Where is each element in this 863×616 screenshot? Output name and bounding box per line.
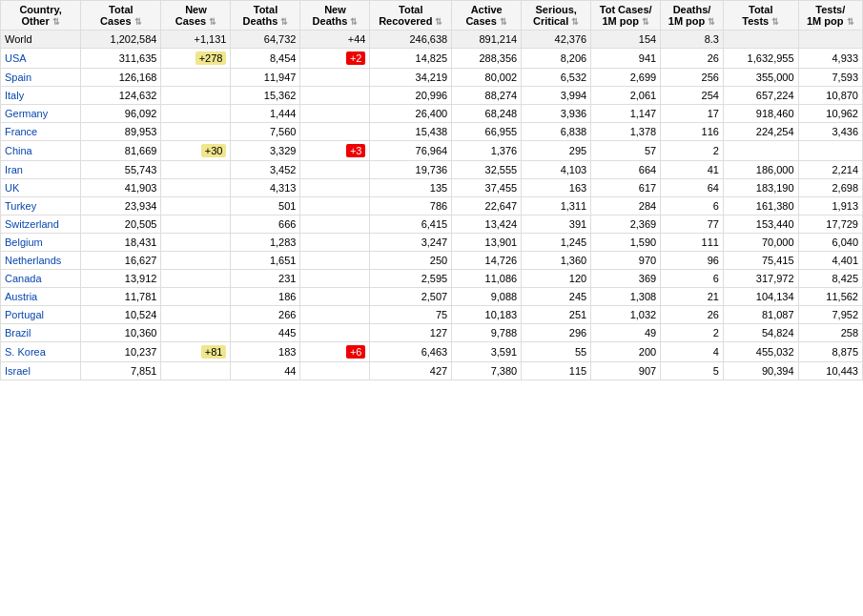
total-tests-header[interactable]: TotalTests ⇅ bbox=[723, 1, 798, 31]
total-cases: 7,851 bbox=[81, 362, 161, 380]
country-name[interactable]: Netherlands bbox=[1, 252, 81, 270]
active-cases: 10,183 bbox=[452, 306, 522, 324]
tests-pop-header[interactable]: Tests/1M pop ⇅ bbox=[798, 1, 862, 31]
total-deaths: 183 bbox=[231, 342, 300, 362]
active-cases-header[interactable]: ActiveCases ⇅ bbox=[452, 1, 522, 31]
world-active-cases: 891,214 bbox=[452, 31, 522, 49]
deaths-pop: 21 bbox=[661, 288, 724, 306]
sort-icon: ⇅ bbox=[435, 17, 442, 27]
serious: 295 bbox=[522, 141, 591, 161]
serious: 115 bbox=[522, 362, 591, 380]
tot-cases-pop: 970 bbox=[591, 252, 661, 270]
active-cases: 9,088 bbox=[452, 288, 522, 306]
world-total-deaths: 64,732 bbox=[231, 31, 300, 49]
country-name[interactable]: Italy bbox=[1, 87, 81, 105]
country-name[interactable]: Austria bbox=[1, 288, 81, 306]
total-tests bbox=[723, 141, 798, 161]
total-deaths: 11,947 bbox=[231, 69, 300, 87]
country-name[interactable]: UK bbox=[1, 179, 81, 197]
new-cases-header[interactable]: NewCases ⇅ bbox=[161, 1, 231, 31]
sort-icon: ⇅ bbox=[280, 17, 288, 27]
new-deaths-header[interactable]: NewDeaths ⇅ bbox=[300, 1, 370, 31]
country-name[interactable]: Spain bbox=[1, 69, 81, 87]
active-cases: 88,274 bbox=[452, 87, 522, 105]
total-deaths-header[interactable]: TotalDeaths ⇅ bbox=[231, 1, 300, 31]
new-deaths bbox=[300, 270, 370, 288]
new-cases: +81 bbox=[161, 342, 231, 362]
total-deaths: 501 bbox=[231, 197, 300, 216]
country-name[interactable]: Israel bbox=[1, 362, 81, 380]
deaths-pop: 5 bbox=[661, 362, 724, 380]
table-row: Brazil 10,360 445 127 9,788 296 49 2 54,… bbox=[1, 324, 863, 342]
country-name[interactable]: USA bbox=[1, 49, 81, 69]
total-cases: 41,903 bbox=[81, 179, 161, 197]
table-row: Spain 126,168 11,947 34,219 80,002 6,532… bbox=[1, 69, 863, 87]
world-new-cases: +1,131 bbox=[161, 31, 231, 49]
country-name[interactable]: France bbox=[1, 123, 81, 141]
new-cases: +278 bbox=[161, 49, 231, 69]
new-cases bbox=[161, 288, 231, 306]
country-name[interactable]: China bbox=[1, 141, 81, 161]
country-name[interactable]: S. Korea bbox=[1, 342, 81, 362]
tot-cases-pop-header[interactable]: Tot Cases/1M pop ⇅ bbox=[591, 1, 661, 31]
country-name[interactable]: Canada bbox=[1, 270, 81, 288]
total-recovered-header[interactable]: TotalRecovered ⇅ bbox=[370, 1, 452, 31]
country-name[interactable]: Brazil bbox=[1, 324, 81, 342]
active-cases: 80,002 bbox=[452, 69, 522, 87]
total-cases: 10,524 bbox=[81, 306, 161, 324]
country-name[interactable]: Iran bbox=[1, 161, 81, 179]
serious: 245 bbox=[522, 288, 591, 306]
country-name[interactable]: Switzerland bbox=[1, 216, 81, 234]
active-cases: 66,955 bbox=[452, 123, 522, 141]
country-header[interactable]: Country,Other ⇅ bbox=[1, 1, 81, 31]
table-row: Belgium 18,431 1,283 3,247 13,901 1,245 … bbox=[1, 234, 863, 252]
tests-pop: 7,593 bbox=[798, 69, 862, 87]
active-cases: 288,356 bbox=[452, 49, 522, 69]
total-cases: 10,237 bbox=[81, 342, 161, 362]
serious: 8,206 bbox=[522, 49, 591, 69]
country-name[interactable]: Belgium bbox=[1, 234, 81, 252]
tot-cases-pop: 284 bbox=[591, 197, 661, 216]
new-cases bbox=[161, 197, 231, 216]
sort-icon: ⇅ bbox=[642, 17, 649, 27]
new-cases bbox=[161, 234, 231, 252]
total-cases: 89,953 bbox=[81, 123, 161, 141]
new-cases bbox=[161, 105, 231, 123]
tests-pop: 11,562 bbox=[798, 288, 862, 306]
new-cases bbox=[161, 324, 231, 342]
total-recovered: 2,595 bbox=[370, 270, 452, 288]
total-tests: 1,632,955 bbox=[723, 49, 798, 69]
world-total-recovered: 246,638 bbox=[370, 31, 452, 49]
world-deaths-pop: 8.3 bbox=[661, 31, 724, 49]
deaths-pop-header[interactable]: Deaths/1M pop ⇅ bbox=[661, 1, 724, 31]
serious: 3,936 bbox=[522, 105, 591, 123]
total-cases: 55,743 bbox=[81, 161, 161, 179]
total-cases-header[interactable]: TotalCases ⇅ bbox=[81, 1, 161, 31]
total-tests: 81,087 bbox=[723, 306, 798, 324]
tests-pop: 10,870 bbox=[798, 87, 862, 105]
total-cases: 10,360 bbox=[81, 324, 161, 342]
deaths-pop: 2 bbox=[661, 324, 724, 342]
active-cases: 68,248 bbox=[452, 105, 522, 123]
total-recovered: 2,507 bbox=[370, 288, 452, 306]
deaths-pop: 254 bbox=[661, 87, 724, 105]
total-recovered: 26,400 bbox=[370, 105, 452, 123]
new-deaths bbox=[300, 161, 370, 179]
total-tests: 224,254 bbox=[723, 123, 798, 141]
new-cases bbox=[161, 123, 231, 141]
country-name[interactable]: Germany bbox=[1, 105, 81, 123]
serious-critical-header[interactable]: Serious,Critical ⇅ bbox=[522, 1, 591, 31]
total-tests: 75,415 bbox=[723, 252, 798, 270]
tot-cases-pop: 57 bbox=[591, 141, 661, 161]
table-row: Austria 11,781 186 2,507 9,088 245 1,308… bbox=[1, 288, 863, 306]
world-tests-pop bbox=[798, 31, 862, 49]
total-deaths: 186 bbox=[231, 288, 300, 306]
new-deaths bbox=[300, 87, 370, 105]
deaths-pop: 77 bbox=[661, 216, 724, 234]
country-name[interactable]: Portugal bbox=[1, 306, 81, 324]
country-name[interactable]: Turkey bbox=[1, 197, 81, 216]
deaths-pop: 96 bbox=[661, 252, 724, 270]
total-cases: 124,632 bbox=[81, 87, 161, 105]
total-recovered: 14,825 bbox=[370, 49, 452, 69]
tot-cases-pop: 369 bbox=[591, 270, 661, 288]
